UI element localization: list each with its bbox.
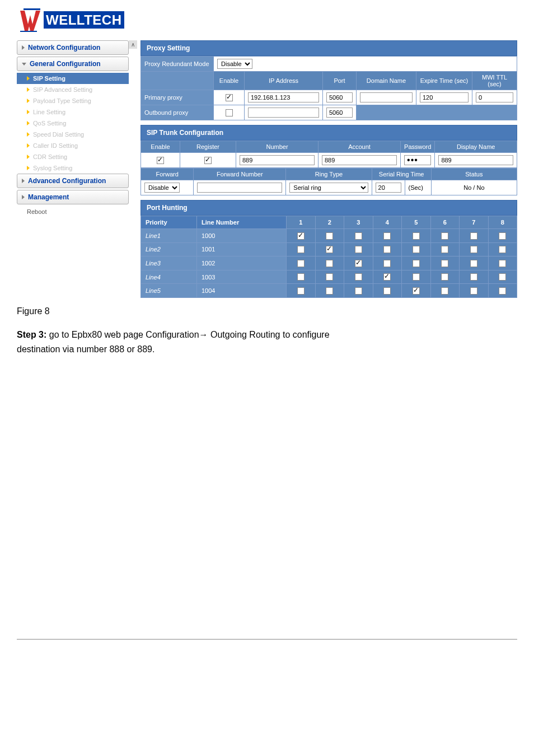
nav-management[interactable]: Management bbox=[17, 190, 129, 204]
primary-mwi-input[interactable] bbox=[476, 92, 513, 102]
nav-payload-type-setting[interactable]: Payload Type Setting bbox=[17, 95, 129, 106]
hunting-checkbox[interactable] bbox=[499, 260, 506, 267]
nav-reboot[interactable]: Reboot bbox=[17, 206, 129, 217]
hunting-checkbox[interactable] bbox=[413, 260, 420, 267]
hunting-checkbox[interactable] bbox=[499, 232, 506, 240]
primary-expire-input[interactable] bbox=[420, 92, 469, 102]
proxy-redundant-select[interactable]: Disable bbox=[217, 59, 252, 69]
hunting-checkbox[interactable] bbox=[383, 232, 391, 240]
port-hunting-header: Port Hunting bbox=[140, 200, 517, 216]
hunting-checkbox[interactable] bbox=[383, 246, 391, 253]
hunting-checkbox[interactable] bbox=[326, 273, 333, 281]
hunting-checkbox[interactable] bbox=[413, 287, 420, 295]
logo-text: WELLTECH bbox=[44, 11, 124, 29]
nav-sip-setting[interactable]: SIP Setting bbox=[17, 73, 129, 84]
hunting-checkbox[interactable] bbox=[441, 246, 448, 253]
hunting-checkbox[interactable] bbox=[297, 232, 305, 240]
sidebar: Network Configuration General Configurat… bbox=[17, 40, 137, 298]
hunting-row-label: Line4 bbox=[141, 270, 197, 284]
hunting-checkbox[interactable] bbox=[355, 287, 362, 295]
hunting-checkbox[interactable] bbox=[297, 260, 305, 267]
hunting-line-number: 1003 bbox=[197, 270, 287, 284]
logo: WELLTECH bbox=[17, 8, 517, 32]
proxy-redundant-label: Proxy Redundant Mode bbox=[141, 57, 214, 72]
hunting-checkbox[interactable] bbox=[470, 246, 477, 253]
nav-line-setting[interactable]: Line Setting bbox=[17, 106, 129, 118]
hunting-row-label: Line2 bbox=[141, 242, 197, 256]
nav-syslog-setting[interactable]: Syslog Setting bbox=[17, 162, 129, 174]
hunting-checkbox[interactable] bbox=[297, 246, 305, 253]
step-text: Step 3: go to Epbx80 web page Configurat… bbox=[0, 325, 534, 359]
nav-sip-advanced-setting[interactable]: SIP Advanced Setting bbox=[17, 84, 129, 95]
hunting-checkbox[interactable] bbox=[326, 246, 333, 253]
hunting-checkbox[interactable] bbox=[413, 246, 420, 253]
outbound-enable-checkbox[interactable] bbox=[226, 109, 233, 116]
hunting-checkbox[interactable] bbox=[441, 232, 448, 240]
scroll-up-caret[interactable]: ∧ bbox=[129, 40, 137, 49]
hunting-checkbox[interactable] bbox=[499, 273, 506, 281]
primary-port-input[interactable] bbox=[326, 92, 353, 102]
hunting-checkbox[interactable] bbox=[326, 232, 333, 240]
hunting-checkbox[interactable] bbox=[470, 287, 477, 295]
outbound-port-input[interactable] bbox=[326, 108, 353, 118]
primary-enable-checkbox[interactable] bbox=[226, 94, 233, 101]
hunting-checkbox[interactable] bbox=[383, 273, 391, 281]
figure-caption: Figure 8 bbox=[0, 298, 534, 325]
trunk-display-input[interactable] bbox=[438, 155, 513, 165]
forward-number-input[interactable] bbox=[197, 183, 282, 193]
hunting-line-number: 1000 bbox=[197, 229, 287, 243]
hunting-checkbox[interactable] bbox=[441, 260, 448, 267]
hunting-checkbox[interactable] bbox=[413, 232, 420, 240]
hunting-checkbox[interactable] bbox=[383, 287, 391, 295]
hunting-checkbox[interactable] bbox=[297, 287, 305, 295]
primary-ip-input[interactable] bbox=[248, 92, 319, 102]
sip-trunk-header: SIP Trunk Configuration bbox=[140, 125, 517, 141]
hunting-checkbox[interactable] bbox=[499, 287, 506, 295]
trunk-register-checkbox[interactable] bbox=[204, 157, 212, 164]
svg-rect-0 bbox=[24, 8, 40, 10]
nav-caller-id-setting[interactable]: Caller ID Setting bbox=[17, 140, 129, 151]
hunting-checkbox[interactable] bbox=[470, 232, 477, 240]
hunting-line-number: 1004 bbox=[197, 284, 287, 298]
hunting-checkbox[interactable] bbox=[326, 260, 333, 267]
hunting-row-label: Line5 bbox=[141, 284, 197, 298]
nav-qos-setting[interactable]: QoS Setting bbox=[17, 118, 129, 129]
nav-general-configuration[interactable]: General Configuration bbox=[17, 57, 129, 71]
trunk-number-input[interactable] bbox=[240, 155, 315, 165]
hunting-checkbox[interactable] bbox=[355, 260, 362, 267]
svg-rect-1 bbox=[20, 31, 37, 32]
hunting-checkbox[interactable] bbox=[441, 273, 448, 281]
hunting-row-label: Line3 bbox=[141, 256, 197, 270]
ring-type-select[interactable]: Serial ring bbox=[289, 183, 368, 193]
forward-select[interactable]: Disable bbox=[144, 183, 180, 193]
hunting-checkbox[interactable] bbox=[383, 260, 391, 267]
hunting-checkbox[interactable] bbox=[413, 273, 420, 281]
serial-ring-time-input[interactable] bbox=[376, 183, 401, 193]
hunting-line-number: 1001 bbox=[197, 242, 287, 256]
hunting-checkbox[interactable] bbox=[355, 246, 362, 253]
nav-network-configuration[interactable]: Network Configuration bbox=[17, 40, 129, 55]
hunting-checkbox[interactable] bbox=[441, 287, 448, 295]
hunting-checkbox[interactable] bbox=[499, 246, 506, 253]
trunk-password-input[interactable]: ••• bbox=[404, 155, 431, 165]
port-hunting-table: Priority Line Number 1 2 3 4 5 6 7 8 Lin… bbox=[140, 216, 517, 298]
outbound-ip-input[interactable] bbox=[248, 108, 319, 118]
primary-domain-input[interactable] bbox=[360, 92, 413, 102]
footer-divider bbox=[17, 639, 517, 640]
hunting-checkbox[interactable] bbox=[355, 232, 362, 240]
nav-cdr-setting[interactable]: CDR Setting bbox=[17, 151, 129, 162]
hunting-checkbox[interactable] bbox=[470, 260, 477, 267]
hunting-row-label: Line1 bbox=[141, 229, 197, 243]
hunting-checkbox[interactable] bbox=[470, 273, 477, 281]
hunting-checkbox[interactable] bbox=[297, 273, 305, 281]
hunting-line-number: 1002 bbox=[197, 256, 287, 270]
trunk-account-input[interactable] bbox=[322, 155, 397, 165]
hunting-checkbox[interactable] bbox=[326, 287, 333, 295]
nav-speed-dial-setting[interactable]: Speed Dial Setting bbox=[17, 129, 129, 140]
trunk-status: No / No bbox=[431, 180, 517, 195]
hunting-checkbox[interactable] bbox=[355, 273, 362, 281]
nav-advanced-configuration[interactable]: Advanced Configuration bbox=[17, 174, 129, 188]
proxy-setting-header: Proxy Setting bbox=[140, 40, 517, 56]
trunk-enable-checkbox[interactable] bbox=[157, 157, 164, 164]
